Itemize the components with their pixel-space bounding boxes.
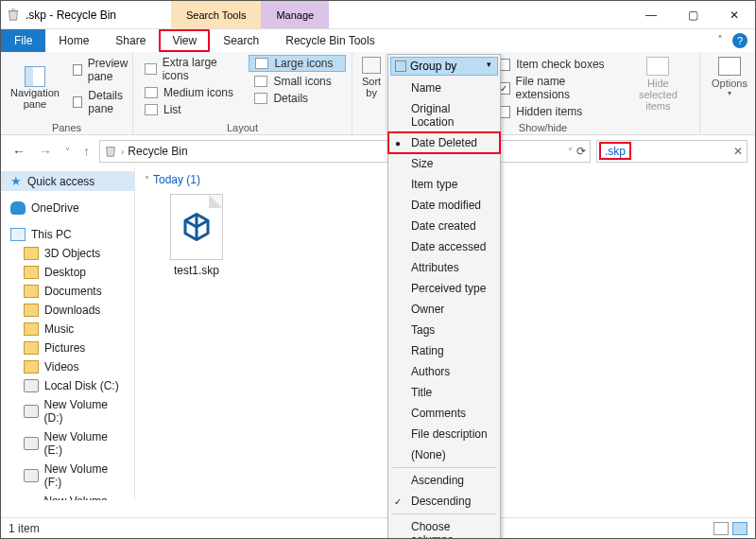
- search-box[interactable]: .skp ✕: [596, 140, 747, 163]
- layout-small-icons[interactable]: Small icons: [249, 74, 346, 89]
- sidebar-item-new-volume-e[interactable]: New Volume (E:): [1, 427, 134, 460]
- help-icon[interactable]: ?: [732, 33, 747, 48]
- groupby-rating[interactable]: Rating: [388, 340, 500, 361]
- groupby-item-type[interactable]: Item type: [388, 174, 500, 195]
- layout-medium-icons[interactable]: Medium icons: [139, 85, 243, 100]
- groupby-date-created[interactable]: Date created: [388, 216, 500, 236]
- groupby-owner[interactable]: Owner: [388, 299, 500, 320]
- groupby-date-accessed[interactable]: Date accessed: [388, 236, 500, 257]
- sidebar-item-downloads[interactable]: Downloads: [1, 301, 134, 320]
- preview-pane-button[interactable]: Preview pane: [69, 55, 136, 85]
- file-item[interactable]: test1.skp: [154, 194, 239, 277]
- groupby-attributes[interactable]: Attributes: [388, 257, 500, 278]
- groupby-ascending[interactable]: Ascending: [388, 470, 500, 491]
- sidebar-item-documents[interactable]: Documents: [1, 282, 134, 301]
- layout-details[interactable]: Details: [249, 91, 346, 106]
- context-tab-manage[interactable]: Manage: [261, 1, 329, 28]
- groupby-choose-columns[interactable]: Choose columns...: [388, 516, 500, 539]
- tab-search[interactable]: Search: [210, 29, 272, 52]
- search-input[interactable]: .skp: [599, 142, 631, 160]
- groupby-date-modified[interactable]: Date modified: [388, 195, 500, 216]
- sidebar-quick-access[interactable]: ★Quick access: [1, 171, 134, 191]
- file-name-extensions-toggle[interactable]: ✓File name extensions: [498, 74, 617, 102]
- sidebar-item-pictures[interactable]: Pictures: [1, 339, 134, 357]
- sort-by-button[interactable]: Sort by: [358, 55, 385, 121]
- navigation-pane-button[interactable]: Navigation pane: [7, 55, 63, 121]
- group-label-panes: Panes: [7, 121, 127, 133]
- view-details-icon[interactable]: [713, 522, 729, 535]
- groupby-tags[interactable]: Tags: [388, 320, 500, 340]
- nav-up-button[interactable]: ↑: [79, 144, 94, 159]
- layout-large-icons[interactable]: Large icons: [249, 55, 346, 72]
- file-name: test1.skp: [174, 260, 219, 277]
- recycle-bin-icon: [7, 9, 20, 22]
- details-pane-button[interactable]: Details pane: [69, 87, 136, 117]
- tab-home[interactable]: Home: [45, 29, 102, 52]
- context-tab-search-tools[interactable]: Search Tools: [171, 1, 261, 28]
- tab-recycle-bin-tools[interactable]: Recycle Bin Tools: [272, 29, 388, 52]
- groupby-file-description[interactable]: File description: [388, 424, 500, 444]
- sidebar-item-local-disk-c[interactable]: Local Disk (C:): [1, 376, 134, 395]
- address-dropdown-icon[interactable]: ˅: [568, 147, 573, 157]
- skp-file-icon: [170, 194, 223, 260]
- sidebar-item-new-volume-g[interactable]: New Volume (G:): [1, 492, 134, 500]
- groupby-none[interactable]: (None): [388, 444, 500, 465]
- layout-extra-large-icons[interactable]: Extra large icons: [139, 55, 243, 83]
- recycle-bin-path-icon: [104, 145, 117, 158]
- minimize-button[interactable]: ―: [630, 1, 672, 28]
- group-by-button[interactable]: Group by▾: [390, 57, 498, 76]
- nav-recent-button[interactable]: ˅: [61, 147, 74, 157]
- sidebar-item-3d-objects[interactable]: 3D Objects: [1, 244, 134, 263]
- address-bar[interactable]: › Recycle Bin ˅ ⟳: [99, 140, 591, 163]
- navigation-tree[interactable]: ★Quick access OneDrive This PC 3D Object…: [1, 167, 135, 500]
- groupby-perceived-type[interactable]: Perceived type: [388, 278, 500, 299]
- nav-back-button[interactable]: ←: [9, 144, 29, 159]
- sidebar-item-videos[interactable]: Videos: [1, 357, 134, 376]
- view-large-icons-icon[interactable]: [732, 522, 747, 535]
- group-by-menu: Group by▾ Name Original Location ●Date D…: [387, 54, 501, 539]
- groupby-comments[interactable]: Comments: [388, 403, 500, 424]
- hide-selected-items-button[interactable]: Hide selected items: [623, 55, 694, 121]
- item-check-boxes-toggle[interactable]: Item check boxes: [498, 57, 617, 72]
- tab-view[interactable]: View: [159, 29, 210, 52]
- refresh-button[interactable]: ⟳: [576, 145, 586, 158]
- groupby-title[interactable]: Title: [388, 382, 500, 403]
- options-button[interactable]: Options ▾: [706, 55, 753, 121]
- sidebar-item-new-volume-f[interactable]: New Volume (F:): [1, 460, 134, 492]
- groupby-original-location[interactable]: Original Location: [388, 98, 500, 132]
- clear-search-icon[interactable]: ✕: [733, 145, 743, 158]
- sidebar-item-new-volume-d[interactable]: New Volume (D:): [1, 395, 134, 427]
- groupby-date-deleted[interactable]: ●Date Deleted: [387, 131, 501, 154]
- status-item-count: 1 item: [9, 522, 40, 535]
- breadcrumb[interactable]: Recycle Bin: [128, 145, 187, 158]
- maximize-button[interactable]: ▢: [672, 1, 713, 28]
- layout-list[interactable]: List: [139, 102, 243, 117]
- ribbon-collapse-icon[interactable]: ˄: [717, 34, 723, 47]
- hidden-items-toggle[interactable]: Hidden items: [498, 104, 617, 119]
- window-title: .skp - Recycle Bin: [24, 9, 116, 22]
- close-button[interactable]: ✕: [713, 1, 755, 28]
- sidebar-this-pc[interactable]: This PC: [1, 225, 134, 244]
- nav-forward-button[interactable]: →: [35, 144, 56, 159]
- sidebar-item-desktop[interactable]: Desktop: [1, 263, 134, 282]
- tab-share[interactable]: Share: [102, 29, 159, 52]
- groupby-authors[interactable]: Authors: [388, 361, 500, 382]
- groupby-descending[interactable]: ✓Descending: [388, 491, 500, 512]
- groupby-size[interactable]: Size: [388, 153, 500, 174]
- sidebar-onedrive[interactable]: OneDrive: [1, 199, 134, 217]
- group-label-layout: Layout: [139, 121, 346, 133]
- groupby-name[interactable]: Name: [388, 78, 500, 98]
- tab-file[interactable]: File: [1, 29, 45, 52]
- sidebar-item-music[interactable]: Music: [1, 320, 134, 339]
